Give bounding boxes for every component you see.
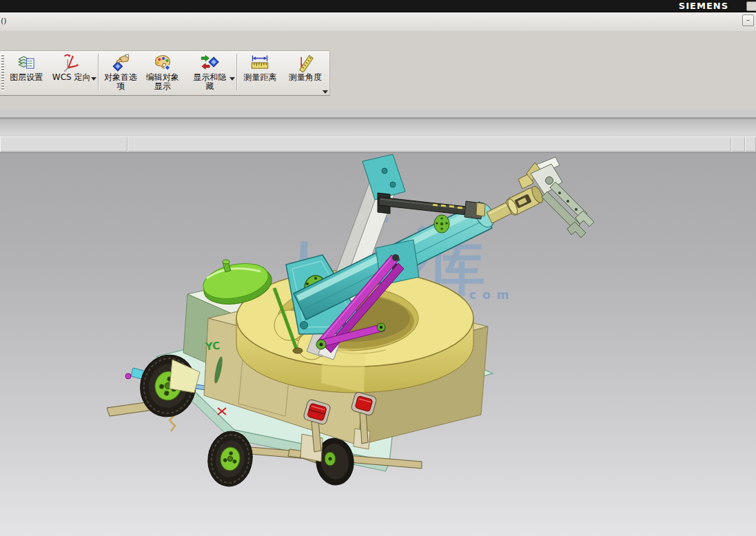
layer-settings-button[interactable]: 图层设置 (6, 51, 47, 95)
graphics-window: 人 人 库 www.renrendoc.com (0, 152, 756, 536)
edit-object-display-label2: 显示 (154, 82, 171, 91)
measure-angle-icon (296, 52, 315, 73)
viewport-3d[interactable]: 人 人 库 www.renrendoc.com (0, 153, 756, 536)
minimize-button[interactable]: – (742, 14, 754, 26)
nx-application-window: SIEMENS () – (0, 0, 756, 536)
show-hide-dropdown-arrow[interactable] (229, 77, 235, 81)
yc-marking: YC (204, 340, 221, 353)
cue-field (0, 136, 127, 152)
toolbar-separator (98, 54, 99, 91)
layer-settings-label: 图层设置 (10, 73, 43, 82)
toolbar-lower-band (0, 110, 756, 136)
wcs-orient-button[interactable]: WCS 定向 (47, 51, 96, 95)
ribbon-zone: 图层设置 WCS 定向 (0, 31, 756, 110)
measure-angle-button[interactable]: 测量角度 (281, 51, 329, 95)
title-bar: SIEMENS (0, 0, 756, 12)
status-field (127, 136, 731, 152)
object-preferences-button[interactable]: 对象首选 项 (101, 51, 141, 95)
wcs-axes-icon (62, 52, 81, 73)
measure-distance-icon (250, 52, 269, 73)
status-cell-small-1 (731, 136, 745, 152)
menu-row: () – (0, 12, 756, 32)
measure-angle-label: 测量角度 (289, 73, 322, 82)
wcs-dropdown-arrow[interactable] (91, 77, 96, 81)
object-preferences-label2: 项 (116, 82, 125, 91)
cue-status-bar (0, 136, 756, 152)
layer-settings-icon (17, 52, 36, 73)
measure-distance-button[interactable]: 测量距离 (239, 51, 281, 95)
measure-angle-dropdown-arrow[interactable] (323, 90, 328, 94)
status-cell-small-2 (745, 136, 756, 152)
edit-object-display-button[interactable]: 编辑对象 显示 (141, 51, 185, 95)
toolbar-grip-handle[interactable] (1, 54, 4, 91)
toolbar-panel: 图层设置 WCS 定向 (0, 50, 330, 96)
edit-object-display-icon (153, 52, 172, 73)
show-hide-icon (200, 52, 219, 73)
siemens-logo: SIEMENS (679, 1, 728, 11)
toolbar-separator (236, 54, 238, 91)
window-control-button[interactable] (746, 1, 756, 11)
show-hide-button[interactable]: 显示和隐 藏 (184, 51, 235, 95)
object-preferences-icon (111, 52, 130, 73)
show-hide-label2: 藏 (205, 82, 214, 91)
balance-rail (378, 193, 485, 219)
window-title-fragment: () (1, 17, 7, 25)
wcs-orient-label: WCS 定向 (52, 73, 91, 82)
measure-distance-label: 测量距离 (243, 73, 276, 82)
forearm-and-gripper (487, 157, 594, 238)
robot-cart-model: YC (107, 154, 594, 489)
